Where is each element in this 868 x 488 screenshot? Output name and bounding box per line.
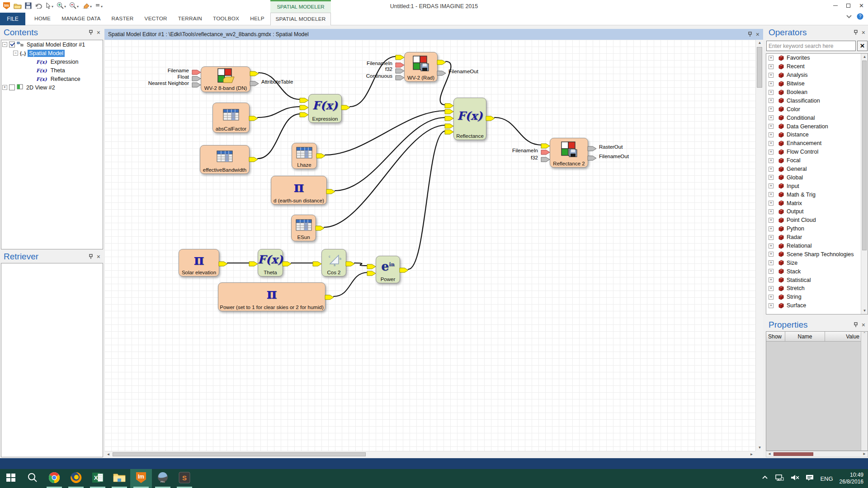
operators-scrollbar[interactable]: ▲ ▼ bbox=[861, 54, 868, 314]
model-node-wv2rad[interactable]: WV-2 (Rad) bbox=[404, 52, 438, 82]
pin-icon[interactable] bbox=[748, 32, 752, 37]
scroll-up-icon[interactable]: ▲ bbox=[756, 40, 764, 46]
operator-category-matrix[interactable]: +Matrix bbox=[766, 199, 861, 207]
output-port[interactable] bbox=[316, 152, 326, 158]
clear-search-button[interactable]: ✕ bbox=[857, 41, 868, 51]
input-port[interactable] bbox=[395, 67, 405, 73]
clock[interactable]: 10:49 26/8/2016 bbox=[840, 472, 863, 485]
input-port[interactable] bbox=[395, 61, 405, 67]
input-port[interactable] bbox=[395, 54, 405, 59]
operator-category-boolean[interactable]: +Boolean bbox=[766, 88, 861, 97]
ribbon-options-icon[interactable] bbox=[846, 14, 852, 20]
taskbar-erdas-imagine-icon[interactable]: Im bbox=[130, 469, 152, 488]
tree-checkbox[interactable] bbox=[9, 84, 15, 90]
model-node-power[interactable]: einPower bbox=[376, 256, 400, 283]
tab-terrain[interactable]: TERRAIN bbox=[173, 13, 208, 25]
tree-item-label[interactable]: Reflectance bbox=[49, 75, 82, 83]
scroll-up-icon[interactable]: ▲ bbox=[861, 54, 868, 60]
volume-muted-icon[interactable] bbox=[790, 474, 799, 483]
operator-category-data-generation[interactable]: +Data Generation bbox=[766, 122, 861, 131]
tree-item-2d-view-2[interactable]: +2D View #2 bbox=[1, 83, 103, 92]
scroll-left-icon[interactable]: ◄ bbox=[766, 451, 773, 457]
input-port[interactable] bbox=[444, 115, 454, 120]
scroll-thumb[interactable] bbox=[757, 47, 762, 88]
operator-category-favorites[interactable]: +Favorites bbox=[766, 54, 861, 62]
minimize-button[interactable] bbox=[829, 0, 842, 11]
output-port[interactable] bbox=[249, 156, 259, 161]
input-port[interactable] bbox=[249, 260, 259, 266]
tree-expander-icon[interactable]: + bbox=[769, 201, 774, 206]
output-port[interactable] bbox=[587, 155, 597, 160]
scroll-thumb[interactable] bbox=[113, 452, 366, 456]
tree-expander-icon[interactable]: + bbox=[769, 115, 774, 120]
tree-expander-icon[interactable]: + bbox=[769, 81, 774, 86]
operator-category-global[interactable]: +Global bbox=[766, 173, 861, 182]
operator-category-focal[interactable]: +Focal bbox=[766, 156, 861, 165]
tree-expander-icon[interactable]: + bbox=[769, 141, 774, 146]
operator-category-output[interactable]: +Output bbox=[766, 207, 861, 216]
operator-category-input[interactable]: +Input bbox=[766, 182, 861, 190]
input-port[interactable] bbox=[541, 142, 551, 148]
input-port[interactable] bbox=[444, 108, 454, 113]
scroll-right-icon[interactable]: ► bbox=[748, 451, 755, 457]
tree-item-spatial-model[interactable]: −{..}Spatial Model bbox=[1, 49, 103, 57]
operator-category-size[interactable]: +Size bbox=[766, 258, 861, 267]
tree-expander-icon[interactable]: + bbox=[769, 252, 774, 257]
input-port[interactable] bbox=[367, 263, 377, 268]
output-port[interactable] bbox=[282, 260, 292, 266]
model-node-solar[interactable]: πSolar elevation bbox=[179, 249, 219, 277]
input-port[interactable] bbox=[541, 149, 551, 154]
output-port[interactable] bbox=[437, 70, 447, 75]
operator-category-surface[interactable]: +Surface bbox=[766, 301, 861, 310]
input-port[interactable] bbox=[444, 128, 454, 134]
input-port[interactable] bbox=[192, 69, 202, 74]
tree-item-expression[interactable]: F(x)Expression bbox=[1, 57, 103, 66]
scroll-thumb[interactable] bbox=[862, 61, 867, 250]
tree-item-reflectance[interactable]: F(x)Reflectance bbox=[1, 75, 103, 83]
taskbar-sublime-text-icon[interactable]: S bbox=[174, 469, 195, 488]
network-icon[interactable] bbox=[775, 474, 784, 483]
operator-category-color[interactable]: +Color bbox=[766, 105, 861, 113]
taskbar-chrome-icon[interactable] bbox=[43, 469, 65, 488]
tree-item-label[interactable]: 2D View #2 bbox=[25, 84, 57, 91]
canvas-vertical-scrollbar[interactable]: ▲ ▼ bbox=[755, 40, 763, 451]
operator-category-statistical[interactable]: +Statistical bbox=[766, 276, 861, 284]
language-indicator[interactable]: ENG bbox=[820, 475, 833, 482]
close-panel-icon[interactable]: × bbox=[97, 253, 100, 260]
output-port[interactable] bbox=[315, 225, 325, 230]
input-port[interactable] bbox=[299, 104, 309, 109]
tree-expander-icon[interactable]: + bbox=[769, 158, 774, 163]
model-node-effband[interactable]: effectiveBandwidth bbox=[200, 145, 250, 174]
side-horizontal-scrollbar[interactable]: ◄ ► bbox=[766, 451, 868, 457]
scroll-down-icon[interactable]: ▼ bbox=[861, 308, 868, 314]
tree-expander-icon[interactable]: + bbox=[769, 295, 774, 300]
close-panel-icon[interactable]: × bbox=[97, 29, 100, 36]
pin-icon[interactable] bbox=[854, 30, 858, 35]
tab-file[interactable]: FILE bbox=[0, 13, 25, 25]
model-node-dsun[interactable]: πd (earth-sun distance) bbox=[271, 176, 327, 205]
tree-expander-icon[interactable]: + bbox=[769, 209, 774, 214]
output-port[interactable] bbox=[486, 115, 495, 120]
operator-category-general[interactable]: +General bbox=[766, 165, 861, 174]
operator-category-radar[interactable]: +Radar bbox=[766, 233, 861, 242]
model-node-theta[interactable]: F(x)Theta bbox=[258, 249, 283, 277]
tree-expander-icon[interactable]: + bbox=[769, 269, 774, 274]
close-panel-icon[interactable]: × bbox=[862, 29, 865, 36]
input-port[interactable] bbox=[192, 75, 202, 80]
tree-expander-icon[interactable]: + bbox=[769, 235, 774, 240]
tree-item-label[interactable]: Spatial Model bbox=[28, 50, 65, 57]
model-node-esun[interactable]: ESun bbox=[291, 215, 316, 241]
tree-expander-icon[interactable]: + bbox=[769, 277, 774, 282]
output-port[interactable] bbox=[249, 115, 259, 120]
tree-expander-icon[interactable]: + bbox=[769, 150, 774, 155]
scroll-left-icon[interactable]: ◄ bbox=[104, 451, 112, 457]
tab-home[interactable]: HOME bbox=[29, 13, 56, 25]
operator-category-distance[interactable]: +Distance bbox=[766, 131, 861, 139]
operator-category-relational[interactable]: +Relational bbox=[766, 242, 861, 250]
scroll-right-icon[interactable]: ► bbox=[861, 451, 868, 457]
tree-expander-icon[interactable]: + bbox=[769, 107, 774, 112]
tree-expander-icon[interactable]: + bbox=[769, 244, 774, 249]
notifications-icon[interactable] bbox=[806, 474, 814, 483]
taskbar-start-button[interactable] bbox=[0, 469, 22, 488]
input-port[interactable] bbox=[541, 156, 551, 161]
